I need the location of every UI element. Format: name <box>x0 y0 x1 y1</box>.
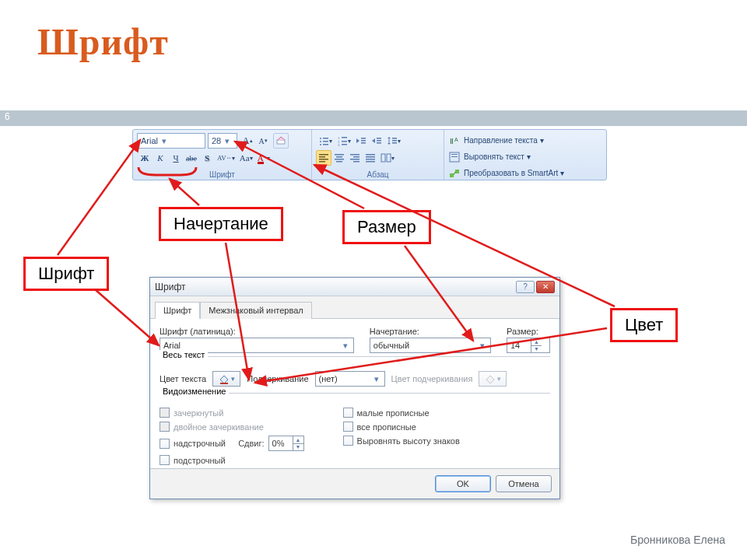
strike-button[interactable]: abe <box>184 150 199 166</box>
ribbon-font-label: Шрифт <box>133 170 311 179</box>
dialog-titlebar: Шрифт ? ✕ <box>150 278 559 296</box>
svg-rect-23 <box>319 154 328 156</box>
columns-button[interactable]: ▾ <box>378 150 397 166</box>
increase-indent-button[interactable] <box>369 133 384 149</box>
size-value: 14 <box>507 338 531 352</box>
size-spinner[interactable]: 14 ▲▼ <box>507 338 550 353</box>
help-button[interactable]: ? <box>516 281 535 293</box>
svg-text:3: 3 <box>338 143 340 146</box>
svg-rect-14 <box>361 140 366 142</box>
font-size-combo[interactable]: 28 ▾ <box>208 133 237 149</box>
align-center-button[interactable] <box>331 150 347 166</box>
numbering-button[interactable]: 123▾ <box>335 133 353 149</box>
underline-combo[interactable]: (нет) ▾ <box>315 371 385 387</box>
font-name-combo[interactable]: Arial ▾ <box>137 133 205 149</box>
text-direction-icon: ⅡA <box>448 135 461 147</box>
svg-rect-46 <box>450 173 454 177</box>
ribbon-font-group: Arial ▾ 28 ▾ A▴ A▾ Ж К Ч abe S AV↔▾ Aa▾ … <box>133 130 312 180</box>
line-spacing-button[interactable]: ▾ <box>384 133 403 149</box>
char-spacing-button[interactable]: AV↔▾ <box>215 150 237 166</box>
smartart-icon <box>448 167 461 180</box>
bullets-icon <box>318 135 329 146</box>
style-combo[interactable]: обычный ▾ <box>370 338 491 353</box>
indent-icon <box>371 135 382 146</box>
bold-button[interactable]: Ж <box>137 150 153 166</box>
svg-rect-0 <box>277 140 285 144</box>
callout-font: Шрифт <box>23 257 109 291</box>
font-color-button[interactable]: A ▾ <box>255 150 272 166</box>
svg-rect-45 <box>451 156 458 157</box>
all-text-legend: Весь текст <box>160 350 208 359</box>
offset-label: Сдвиг: <box>238 439 264 448</box>
svg-rect-15 <box>361 142 366 144</box>
svg-point-5 <box>320 144 321 145</box>
font-dialog: Шрифт ? ✕ Шрифт Межзнаковый интервал Шри… <box>149 277 560 499</box>
svg-point-1 <box>320 138 321 139</box>
chk-superscript[interactable]: надстрочный Сдвиг: 0%▲▼ <box>160 436 304 451</box>
text-direction-button[interactable]: ⅡA Направление текста▾ <box>448 132 602 149</box>
svg-rect-30 <box>336 161 342 163</box>
dropdown-icon: ▾ <box>476 339 489 352</box>
dropdown-icon: ▾ <box>339 339 352 352</box>
font-name-value: Arial <box>141 136 158 145</box>
grow-font-button[interactable]: A▴ <box>240 133 255 149</box>
tab-font[interactable]: Шрифт <box>155 302 200 319</box>
smartart-button[interactable]: Преобразовать в SmartArt▾ <box>448 165 602 181</box>
svg-rect-31 <box>350 154 359 156</box>
tab-spacing[interactable]: Межзнаковый интервал <box>200 302 312 319</box>
svg-rect-20 <box>392 138 397 139</box>
align-left-icon <box>318 152 329 163</box>
justify-button[interactable] <box>363 150 378 166</box>
svg-rect-28 <box>336 156 342 158</box>
decrease-indent-button[interactable] <box>353 133 369 149</box>
text-color-button[interactable]: ▾ <box>212 371 240 387</box>
style-label: Начертание: <box>370 327 491 336</box>
svg-rect-34 <box>353 161 359 163</box>
close-button[interactable]: ✕ <box>536 281 555 293</box>
effects-legend: Видоизменение <box>160 387 229 396</box>
align-right-button[interactable] <box>347 150 363 166</box>
svg-rect-24 <box>319 156 325 158</box>
chk-subscript[interactable]: подстрочный <box>160 455 304 465</box>
svg-text:Ⅱ: Ⅱ <box>450 137 454 145</box>
clear-formatting-button[interactable] <box>273 133 289 149</box>
ribbon-paragraph-group: ▾ 123▾ ▾ ▾ Абзац <box>312 130 444 180</box>
chk-double-strike[interactable]: двойное зачеркивание <box>160 422 304 432</box>
svg-rect-25 <box>319 159 328 160</box>
ok-button[interactable]: OK <box>435 475 491 492</box>
style-value: обычный <box>374 341 476 350</box>
page-number: 6 <box>5 111 10 122</box>
svg-rect-12 <box>342 144 347 145</box>
shadow-button[interactable]: S <box>199 150 215 166</box>
chk-smallcaps[interactable]: малые прописные <box>343 408 460 418</box>
cancel-button[interactable]: Отмена <box>496 475 552 492</box>
underline-color-label: Цвет подчеркивания <box>391 374 473 383</box>
change-case-button[interactable]: Aa▾ <box>237 150 255 166</box>
ribbon-extra-group: ⅡA Направление текста▾ Выровнять текст▾ … <box>444 130 606 180</box>
align-center-icon <box>334 152 345 163</box>
bullets-button[interactable]: ▾ <box>316 133 335 149</box>
chk-strike[interactable]: зачеркнутый <box>160 408 304 418</box>
font-size-value: 28 <box>212 136 221 145</box>
align-text-button[interactable]: Выровнять текст▾ <box>448 149 602 165</box>
shrink-font-button[interactable]: A▾ <box>255 133 271 149</box>
offset-spinner[interactable]: 0%▲▼ <box>268 436 304 451</box>
svg-rect-8 <box>342 137 347 138</box>
svg-rect-2 <box>323 138 328 139</box>
underline-button[interactable]: Ч <box>168 150 184 166</box>
svg-rect-6 <box>323 144 328 145</box>
svg-line-51 <box>170 179 199 205</box>
svg-rect-47 <box>455 170 459 173</box>
svg-rect-38 <box>366 161 375 163</box>
svg-rect-18 <box>377 142 381 144</box>
bucket-icon <box>485 373 496 384</box>
align-left-button[interactable] <box>316 150 331 166</box>
dropdown-icon: ▾ <box>160 136 168 146</box>
italic-button[interactable]: К <box>153 150 168 166</box>
align-right-icon <box>349 152 360 163</box>
chk-allcaps[interactable]: все прописные <box>343 422 460 432</box>
chk-equalize[interactable]: Выровнять высоту знаков <box>343 436 460 446</box>
underline-color-button[interactable]: ▾ <box>479 371 507 387</box>
svg-rect-22 <box>392 142 397 144</box>
svg-rect-10 <box>342 141 347 142</box>
